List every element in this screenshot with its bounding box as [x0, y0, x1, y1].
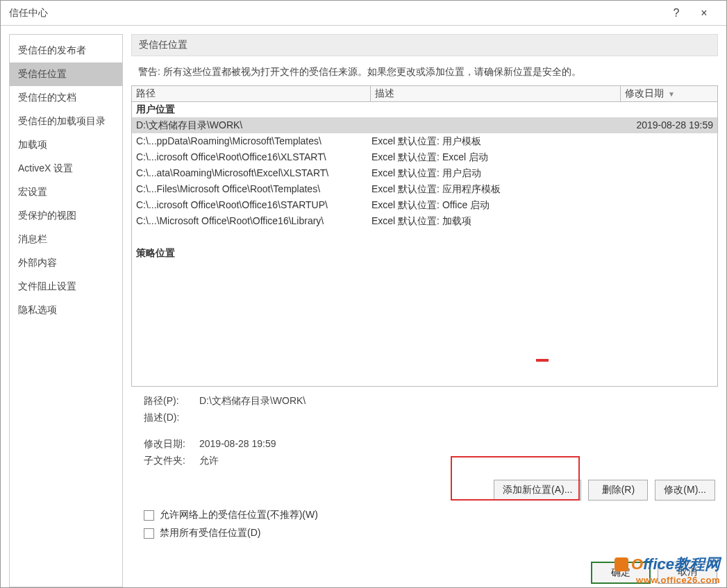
- row-path: C:\...Files\Microsoft Office\Root\Templa…: [136, 182, 371, 196]
- row-date: 2019-08-28 19:59: [623, 118, 713, 133]
- section-title: 受信任位置: [131, 34, 718, 56]
- row-desc: Excel 默认位置: Excel 启动: [371, 150, 623, 165]
- modify-location-button[interactable]: 修改(M)...: [655, 480, 715, 501]
- help-button[interactable]: ?: [662, 7, 690, 19]
- col-header-date[interactable]: 修改日期 ▼: [621, 86, 718, 101]
- sidebar-item-file-block[interactable]: 文件阻止设置: [10, 275, 122, 299]
- row-path: C:\...ppData\Roaming\Microsoft\Templates…: [136, 134, 371, 149]
- options-checkboxes: 允许网络上的受信任位置(不推荐)(W) 禁用所有受信任位置(D): [131, 506, 718, 545]
- group-user-locations: 用户位置: [132, 102, 717, 117]
- row-date: [623, 198, 713, 212]
- close-button[interactable]: ×: [690, 7, 718, 19]
- detail-path-value: D:\文档储存目录\WORK\: [199, 395, 306, 408]
- row-date: [623, 166, 713, 180]
- table-row[interactable]: D:\文档储存目录\WORK\ 2019-08-28 19:59: [132, 117, 717, 133]
- row-date: [623, 134, 713, 149]
- row-path: C:\...ata\Roaming\Microsoft\Excel\XLSTAR…: [136, 166, 371, 180]
- sidebar-item-trusted-docs[interactable]: 受信任的文档: [10, 86, 122, 110]
- sidebar-item-trusted-locations[interactable]: 受信任位置: [10, 62, 122, 86]
- dialog-footer-buttons: 确定 取消: [591, 562, 717, 584]
- titlebar: 信任中心 ? ×: [1, 1, 726, 26]
- locations-table-header: 路径 描述 修改日期 ▼: [131, 85, 718, 102]
- table-row[interactable]: C:\...ata\Roaming\Microsoft\Excel\XLSTAR…: [132, 165, 717, 181]
- table-row[interactable]: C:\...\Microsoft Office\Root\Office16\Li…: [132, 213, 717, 229]
- row-date: [623, 214, 713, 228]
- row-desc: Excel 默认位置: 用户模板: [371, 134, 623, 149]
- detail-date-value: 2019-08-28 19:59: [199, 438, 276, 451]
- checkbox-icon[interactable]: [144, 528, 154, 539]
- row-desc: Excel 默认位置: 用户启动: [371, 166, 623, 180]
- row-path: C:\...\Microsoft Office\Root\Office16\Li…: [136, 214, 371, 228]
- sidebar-item-privacy[interactable]: 隐私选项: [10, 299, 122, 322]
- row-desc: Excel 默认位置: 应用程序模板: [371, 182, 623, 196]
- main-panel: 受信任位置 警告: 所有这些位置都被视为打开文件的受信任来源。如果您更改或添加位…: [131, 34, 718, 587]
- group-policy-locations: 策略位置: [132, 246, 717, 261]
- detail-date-label: 修改日期:: [144, 438, 199, 451]
- dialog-body: 受信任的发布者 受信任位置 受信任的文档 受信任的加载项目录 加载项 Activ…: [1, 26, 726, 587]
- table-row[interactable]: C:\...icrosoft Office\Root\Office16\XLST…: [132, 149, 717, 165]
- sort-arrow-icon: ▼: [668, 90, 675, 98]
- row-path: C:\...icrosoft Office\Root\Office16\STAR…: [136, 198, 371, 212]
- allow-network-label: 允许网络上的受信任位置(不推荐)(W): [160, 509, 318, 521]
- detail-desc-label: 描述(D):: [144, 412, 199, 424]
- table-row[interactable]: C:\...icrosoft Office\Root\Office16\STAR…: [132, 197, 717, 213]
- row-desc: [371, 118, 623, 133]
- add-location-button[interactable]: 添加新位置(A)...: [494, 480, 581, 501]
- col-header-desc[interactable]: 描述: [371, 86, 621, 101]
- sidebar-item-activex[interactable]: ActiveX 设置: [10, 157, 122, 180]
- col-header-path[interactable]: 路径: [131, 86, 371, 101]
- sidebar-item-protected-view[interactable]: 受保护的视图: [10, 204, 122, 228]
- locations-list[interactable]: 用户位置 D:\文档储存目录\WORK\ 2019-08-28 19:59 C:…: [131, 102, 718, 387]
- disable-all-label: 禁用所有受信任位置(D): [160, 527, 260, 539]
- detail-subfolder-value: 允许: [199, 455, 219, 467]
- sidebar-item-external-content[interactable]: 外部内容: [10, 251, 122, 275]
- sidebar-item-publishers[interactable]: 受信任的发布者: [10, 39, 122, 62]
- row-path: C:\...icrosoft Office\Root\Office16\XLST…: [136, 150, 371, 165]
- detail-subfolder-label: 子文件夹:: [144, 455, 199, 467]
- remove-location-button[interactable]: 删除(R): [588, 480, 648, 501]
- warning-text: 警告: 所有这些位置都被视为打开文件的受信任来源。如果您更改或添加位置，请确保新…: [131, 56, 718, 85]
- sidebar-item-macro[interactable]: 宏设置: [10, 180, 122, 204]
- row-desc: Excel 默认位置: Office 启动: [371, 198, 623, 212]
- sidebar-item-message-bar[interactable]: 消息栏: [10, 228, 122, 251]
- allow-network-checkbox-row[interactable]: 允许网络上的受信任位置(不推荐)(W): [144, 509, 712, 521]
- sidebar: 受信任的发布者 受信任位置 受信任的文档 受信任的加载项目录 加载项 Activ…: [9, 34, 123, 587]
- ok-button[interactable]: 确定: [591, 562, 651, 584]
- disable-all-checkbox-row[interactable]: 禁用所有受信任位置(D): [144, 527, 712, 539]
- row-date: [623, 150, 713, 165]
- table-row[interactable]: C:\...Files\Microsoft Office\Root\Templa…: [132, 181, 717, 197]
- cancel-button[interactable]: 取消: [658, 562, 717, 584]
- checkbox-icon[interactable]: [144, 510, 154, 521]
- details-panel: 路径(P): D:\文档储存目录\WORK\ 描述(D): 修改日期: 2019…: [131, 387, 718, 474]
- row-desc: Excel 默认位置: 加载项: [371, 214, 623, 228]
- row-path: D:\文档储存目录\WORK\: [136, 118, 371, 133]
- table-row[interactable]: C:\...ppData\Roaming\Microsoft\Templates…: [132, 133, 717, 149]
- sidebar-item-addins[interactable]: 加载项: [10, 133, 122, 157]
- col-header-date-label: 修改日期: [625, 87, 664, 99]
- detail-path-label: 路径(P):: [144, 395, 199, 408]
- location-buttons: 添加新位置(A)... 删除(R) 修改(M)...: [131, 474, 718, 506]
- sidebar-item-addin-catalogs[interactable]: 受信任的加载项目录: [10, 110, 122, 133]
- window-title: 信任中心: [9, 7, 662, 19]
- annotation-mark-icon: [536, 359, 549, 362]
- row-date: [623, 182, 713, 196]
